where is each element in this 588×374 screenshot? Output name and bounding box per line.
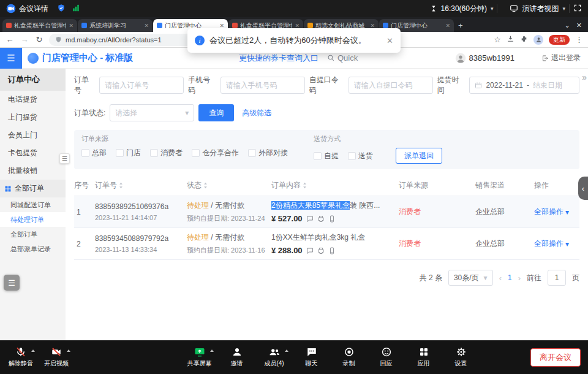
forward-icon[interactable]: →	[20, 35, 29, 44]
chat-button[interactable]: 聊天	[296, 346, 328, 368]
table-row[interactable]: 1 83859389251069376a 2023-11-21 14:14:07…	[74, 196, 579, 228]
checkbox-icon[interactable]	[81, 149, 89, 157]
sidebar-edge-toggle[interactable]: ☰	[59, 153, 70, 164]
col-content[interactable]: 订单内容	[271, 180, 399, 191]
checkbox-share-coop[interactable]: 仓分享合作	[192, 148, 239, 158]
advanced-filter-link[interactable]: 高级筛选	[242, 108, 271, 118]
right-panel-handle[interactable]: ‹	[578, 177, 588, 200]
pickup-code-input[interactable]	[349, 77, 433, 94]
checkbox-icon[interactable]	[116, 149, 124, 157]
checkbox-self-pickup[interactable]: 自提	[314, 151, 339, 161]
meeting-timer[interactable]: 16:30(60分钟) ▾	[430, 4, 494, 14]
logout-button[interactable]: 退出登录	[541, 53, 581, 63]
sidebar-item-batch-verify[interactable]: 批量核销	[0, 162, 66, 180]
user-account[interactable]: 8385wb1991	[455, 53, 514, 64]
settings-button[interactable]: 设置	[445, 346, 477, 368]
tab-close-icon[interactable]: ✕	[295, 23, 300, 29]
start-date[interactable]: 2022-11-21	[486, 81, 523, 90]
order-status-select[interactable]: 请选择 ▾	[110, 104, 194, 121]
tab-close-icon[interactable]: ✕	[69, 23, 74, 29]
browser-menu-icon[interactable]: ⋮	[575, 35, 583, 44]
sidebar-item-member-visit[interactable]: 会员上门	[0, 126, 66, 144]
browser-tab[interactable]: 礼盒蛋糕平台管理中心 ✕	[2, 19, 77, 32]
back-icon[interactable]: ←	[5, 35, 15, 44]
phone-icon[interactable]	[328, 215, 336, 223]
col-status[interactable]: 状态	[187, 180, 271, 191]
order-no-input[interactable]	[99, 77, 184, 94]
sidebar-group-all-orders[interactable]: 全部订单	[0, 180, 66, 197]
invite-button[interactable]: 邀请	[221, 346, 253, 368]
table-row[interactable]: 2 83859345088979792a 2023-11-13 14:33:34…	[74, 228, 579, 260]
record-button[interactable]: 录制	[333, 346, 365, 368]
react-button[interactable]: 回应	[371, 346, 402, 368]
sidebar-toggle-button[interactable]: ☰	[0, 48, 22, 69]
extensions-icon[interactable]	[520, 34, 528, 45]
row-actions-dropdown[interactable]: 全部操作▾	[534, 239, 579, 249]
message-icon[interactable]	[306, 247, 314, 254]
download-icon[interactable]	[507, 34, 514, 45]
sidebar-subitem-hq-dispatch[interactable]: 总部派单记录	[0, 242, 66, 256]
new-tab-button[interactable]: +	[458, 21, 463, 30]
tab-close-icon[interactable]: ✕	[370, 23, 375, 29]
printer-icon[interactable]	[317, 215, 325, 223]
checkbox-store[interactable]: 门店	[116, 148, 141, 158]
prev-page-icon[interactable]: ‹	[499, 273, 502, 283]
goto-page-input[interactable]	[548, 270, 566, 286]
checkbox-delivery[interactable]: 送货	[348, 151, 373, 161]
chevron-up-icon[interactable]	[285, 349, 288, 352]
browser-update-button[interactable]: 更新	[549, 35, 570, 45]
members-button[interactable]: 成员(4)	[258, 346, 290, 368]
checkbox-external[interactable]: 外部对接	[248, 148, 288, 158]
apps-button[interactable]: 应用	[408, 346, 440, 368]
next-page-icon[interactable]: ›	[518, 273, 521, 283]
sort-icon[interactable]	[303, 182, 307, 189]
start-video-button[interactable]: 开启视频	[40, 346, 72, 368]
chevron-up-icon[interactable]	[67, 349, 70, 352]
sidebar-item-phone-pickup[interactable]: 电话提货	[0, 91, 66, 109]
tab-close-icon[interactable]: ✕	[219, 23, 224, 29]
shield-check-icon[interactable]	[57, 4, 66, 14]
browser-tab[interactable]: 系统培训学习 ✕	[78, 19, 153, 32]
tab-close-icon[interactable]: ✕	[144, 23, 149, 29]
checkbox-consumer[interactable]: 消费者	[150, 148, 183, 158]
sidebar-item-door-pickup[interactable]: 上门提货	[0, 109, 66, 126]
row-actions-dropdown[interactable]: 全部操作▾	[534, 207, 579, 217]
sidebar-subitem-city-delivery[interactable]: 同城配送订单	[0, 197, 66, 212]
sidebar-item-card-pickup[interactable]: 卡包提货	[0, 144, 66, 162]
sidebar-subitem-all-orders[interactable]: 全部订单	[0, 227, 66, 242]
collapse-panel-icon[interactable]: »	[582, 72, 587, 82]
chevron-up-icon[interactable]	[31, 349, 35, 352]
toast-close-icon[interactable]: ✕	[386, 36, 393, 45]
unmute-button[interactable]: 解除静音	[5, 346, 37, 368]
checkbox-icon[interactable]	[314, 152, 322, 160]
phone-icon[interactable]	[328, 247, 336, 254]
tab-close-icon[interactable]: ✕	[445, 23, 450, 29]
view-mode-switch[interactable]: 演讲者视图 ▾	[510, 4, 565, 14]
tab-list-icon[interactable]: ⌄	[565, 21, 570, 29]
checkbox-icon[interactable]	[192, 149, 200, 157]
phone-input[interactable]	[221, 77, 305, 94]
bookmark-star-icon[interactable]: ☆	[494, 35, 501, 44]
coupon-query-link[interactable]: 更快捷的券卡查询入口	[239, 53, 318, 64]
app-logo[interactable]: 门店管理中心 - 标准版	[28, 52, 133, 64]
printer-icon[interactable]	[317, 247, 325, 254]
search-button[interactable]: 查询	[198, 104, 234, 121]
leave-meeting-button[interactable]: 离开会议	[530, 348, 581, 367]
end-date-placeholder[interactable]: 结束日期	[533, 80, 562, 91]
checkbox-icon[interactable]	[248, 149, 256, 157]
sort-icon[interactable]	[203, 182, 208, 189]
checkbox-hq[interactable]: 总部	[81, 148, 107, 158]
sort-icon[interactable]	[119, 182, 123, 189]
checkbox-icon[interactable]	[150, 149, 158, 157]
checkbox-icon[interactable]	[348, 152, 356, 160]
date-range-picker[interactable]: 2022-11-21 - 结束日期	[469, 77, 579, 94]
chevron-up-icon[interactable]	[210, 349, 214, 352]
message-icon[interactable]	[306, 215, 314, 223]
quick-search[interactable]: Quick	[327, 53, 358, 63]
reload-icon[interactable]: ↻	[34, 35, 44, 44]
page-size-select[interactable]: 30条/页 ▾	[448, 270, 493, 286]
window-close-icon[interactable]: ✕	[576, 21, 582, 29]
dispatch-return-button[interactable]: 派单退回	[396, 148, 442, 164]
fullscreen-icon[interactable]	[573, 4, 582, 14]
share-screen-button[interactable]: 共享屏幕	[184, 346, 216, 368]
